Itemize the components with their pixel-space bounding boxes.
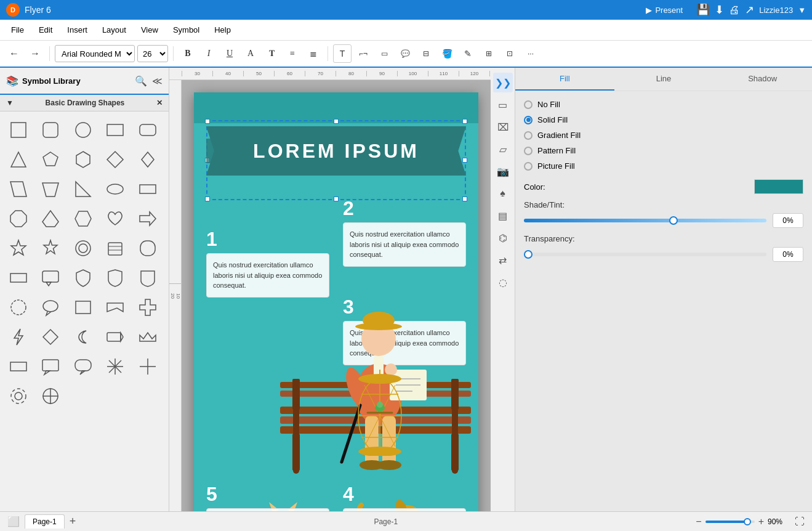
banner-container[interactable]: LOREM IPSUM bbox=[206, 120, 466, 200]
shape-right-triangle[interactable] bbox=[70, 176, 97, 203]
trans-slider-thumb[interactable] bbox=[524, 250, 533, 259]
shape-cross[interactable] bbox=[134, 294, 161, 321]
shape-callout[interactable] bbox=[37, 264, 64, 291]
menu-file[interactable]: File bbox=[5, 23, 30, 37]
solid-fill-radio[interactable] bbox=[524, 116, 533, 124]
align-objects-button[interactable]: ⊟ bbox=[417, 44, 435, 63]
menu-symbol[interactable]: Symbol bbox=[167, 23, 206, 37]
shape-plus[interactable] bbox=[134, 353, 161, 380]
content-item-4[interactable]: 4 Quis nostrud exercitation ullamco labo… bbox=[343, 483, 466, 511]
text-box-5[interactable]: Quis nostrud exercitation ullamco labori… bbox=[206, 508, 329, 511]
shape-banner[interactable] bbox=[102, 294, 129, 321]
shape-crescent[interactable] bbox=[70, 323, 97, 351]
section-close-icon[interactable]: ✕ bbox=[156, 99, 163, 107]
bold-button[interactable]: B bbox=[179, 44, 197, 63]
shape-badge[interactable] bbox=[134, 235, 161, 262]
shape-gear[interactable] bbox=[5, 383, 32, 410]
color-swatch[interactable] bbox=[754, 179, 803, 194]
shape-crosshair[interactable] bbox=[37, 383, 64, 410]
shape-star[interactable] bbox=[5, 235, 32, 262]
user-chevron[interactable]: ▼ bbox=[798, 6, 806, 15]
more-button[interactable]: ··· bbox=[521, 44, 540, 63]
pattern-fill-radio[interactable] bbox=[524, 147, 533, 155]
italic-button[interactable]: I bbox=[199, 44, 218, 63]
shape-circle[interactable] bbox=[70, 116, 97, 144]
shape-arrow[interactable] bbox=[134, 205, 161, 232]
expand-panel-btn[interactable]: ❯❯ bbox=[493, 73, 513, 92]
text-style-button[interactable]: 𝐓 bbox=[262, 44, 281, 63]
org-tool-btn[interactable]: ♠ bbox=[493, 184, 513, 203]
menu-edit[interactable]: Edit bbox=[33, 23, 58, 37]
share-icon[interactable]: ↗ bbox=[745, 3, 754, 17]
shape-scroll[interactable] bbox=[102, 235, 129, 262]
shape-star3[interactable] bbox=[5, 294, 32, 321]
shade-slider-thumb[interactable] bbox=[669, 216, 678, 225]
menu-view[interactable]: View bbox=[135, 23, 164, 37]
shape-rounded-rect[interactable] bbox=[37, 116, 64, 144]
save-icon[interactable]: 💾 bbox=[696, 3, 710, 17]
shape-pentagon[interactable] bbox=[37, 146, 64, 173]
shape-parallelogram[interactable] bbox=[5, 176, 32, 203]
shape-crown[interactable] bbox=[134, 323, 161, 351]
shape-shield[interactable] bbox=[70, 264, 97, 291]
shape-diamond2[interactable] bbox=[134, 146, 161, 173]
replace-tool-btn[interactable]: ⇄ bbox=[493, 250, 513, 270]
fill-color-button[interactable]: 🪣 bbox=[438, 44, 456, 63]
add-page-btn[interactable]: + bbox=[70, 515, 76, 528]
text-box-2[interactable]: Quis nostrud exercitation ullamco labori… bbox=[343, 222, 466, 267]
connector-button[interactable]: ⌐¬ bbox=[354, 44, 372, 63]
redo-button[interactable]: → bbox=[26, 44, 44, 63]
download-icon[interactable]: ⬇ bbox=[715, 3, 724, 17]
text-box-4[interactable]: Quis nostrud exercitation ullamco labori… bbox=[343, 508, 466, 511]
shape-pentagon2[interactable] bbox=[37, 205, 64, 232]
tab-line[interactable]: Line bbox=[614, 68, 714, 91]
shape-button[interactable]: ▭ bbox=[375, 44, 393, 63]
select-tool-btn[interactable]: ▭ bbox=[493, 95, 513, 115]
zoom-slider[interactable] bbox=[705, 521, 755, 523]
line-spacing-button[interactable]: ≣ bbox=[304, 44, 323, 63]
collapse-icon[interactable]: ≪ bbox=[152, 75, 163, 87]
connector-tool-btn[interactable]: ⌬ bbox=[493, 228, 513, 248]
present-button[interactable]: ▶ Present bbox=[637, 2, 691, 18]
menu-layout[interactable]: Layout bbox=[96, 23, 132, 37]
shape-hexagon[interactable] bbox=[70, 146, 97, 173]
font-size-selector[interactable]: 26 bbox=[137, 45, 168, 62]
line-color-button[interactable]: ✎ bbox=[459, 44, 477, 63]
fullscreen-btn[interactable]: ⛶ bbox=[795, 516, 805, 527]
shape-oval2[interactable] bbox=[70, 235, 97, 262]
text-box-button[interactable]: T bbox=[333, 44, 352, 63]
handle-bottom[interactable] bbox=[334, 197, 339, 201]
crop-button[interactable]: ⊡ bbox=[500, 44, 519, 63]
gradient-fill-option[interactable]: Gradient Fill bbox=[524, 131, 803, 140]
chart-tool-btn[interactable]: ▤ bbox=[493, 206, 513, 225]
solid-fill-option[interactable]: Solid Fill bbox=[524, 115, 803, 124]
shape-wide-rect[interactable] bbox=[134, 176, 161, 203]
shape-callout2[interactable] bbox=[37, 353, 64, 380]
shade-value-input[interactable] bbox=[773, 213, 803, 228]
no-fill-radio[interactable] bbox=[524, 100, 533, 109]
shape-triangle[interactable] bbox=[5, 146, 32, 173]
menu-help[interactable]: Help bbox=[208, 23, 237, 37]
content-item-2[interactable]: 2 Quis nostrud exercitation ullamco labo… bbox=[343, 197, 466, 267]
zoom-plus-btn[interactable]: + bbox=[758, 516, 764, 527]
shape-callout3[interactable] bbox=[70, 353, 97, 380]
shape-star2[interactable] bbox=[37, 235, 64, 262]
gradient-fill-radio[interactable] bbox=[524, 131, 533, 140]
handle-top[interactable] bbox=[334, 119, 339, 124]
shape-rounded-rect2[interactable] bbox=[134, 116, 161, 144]
shape-hexagon2[interactable] bbox=[70, 205, 97, 232]
shape-lightning[interactable] bbox=[5, 323, 32, 351]
picture-fill-option[interactable]: Picture Fill bbox=[524, 161, 803, 171]
layers-tool-btn[interactable]: ▱ bbox=[493, 139, 513, 159]
shape-bubble[interactable] bbox=[37, 294, 64, 321]
underline-button[interactable]: U bbox=[220, 44, 239, 63]
trans-slider-track[interactable] bbox=[524, 253, 766, 256]
shade-slider-track[interactable] bbox=[524, 219, 766, 222]
callout-button[interactable]: 💬 bbox=[396, 44, 414, 63]
picture-fill-radio[interactable] bbox=[524, 162, 533, 171]
shape-trapezoid[interactable] bbox=[37, 176, 64, 203]
shape-label[interactable] bbox=[102, 323, 129, 351]
search-icon[interactable]: 🔍 bbox=[135, 75, 147, 87]
zoom-minus-btn[interactable]: − bbox=[696, 516, 701, 527]
content-item-5[interactable]: 5 Quis nostrud exercitation ullamco labo… bbox=[206, 483, 329, 511]
